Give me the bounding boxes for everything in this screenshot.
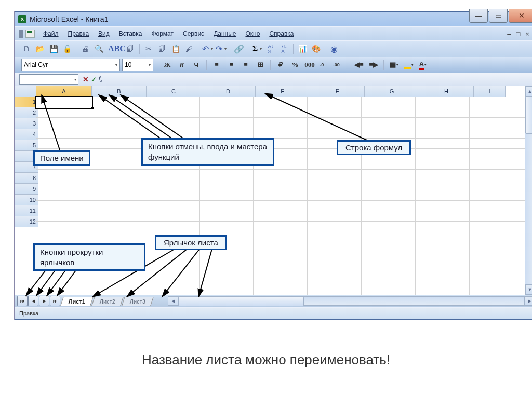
- doc-minimize-button[interactable]: –: [507, 30, 511, 38]
- font-color-button[interactable]: A▾: [417, 59, 429, 71]
- scroll-down-button[interactable]: ▼: [525, 284, 532, 295]
- menu-insert[interactable]: Вставка: [115, 29, 147, 39]
- row-header-10[interactable]: 10: [15, 195, 38, 205]
- row-header-3[interactable]: 3: [15, 118, 38, 129]
- menu-format[interactable]: Формат: [147, 29, 178, 39]
- undo-button[interactable]: ↶▾: [201, 43, 214, 55]
- align-left-button[interactable]: ≡: [210, 59, 223, 71]
- col-header-G[interactable]: G: [365, 86, 419, 97]
- doc-restore-button[interactable]: □: [516, 30, 521, 38]
- italic-button[interactable]: К: [176, 59, 188, 71]
- sort-asc-button[interactable]: A↓Я: [264, 43, 277, 55]
- bold-button[interactable]: Ж: [161, 59, 174, 71]
- doc-mini-icon[interactable]: [25, 30, 35, 38]
- menu-window[interactable]: Окно: [241, 29, 264, 39]
- percent-button[interactable]: %: [289, 59, 301, 71]
- doc-close-button[interactable]: ×: [525, 30, 529, 38]
- menu-data[interactable]: Данные: [209, 29, 240, 39]
- menu-view[interactable]: Вид: [94, 29, 114, 39]
- currency-button[interactable]: ₽: [274, 59, 287, 71]
- col-header-C[interactable]: C: [147, 86, 201, 97]
- decrease-indent-button[interactable]: ◀≡: [353, 59, 365, 71]
- hyperlink-button[interactable]: 🔗: [233, 43, 245, 55]
- cancel-button[interactable]: ✕: [83, 75, 89, 84]
- drawing-button[interactable]: 🎨: [310, 43, 322, 55]
- spellcheck-button[interactable]: ABC: [111, 43, 123, 55]
- comma-button[interactable]: 000: [303, 59, 316, 71]
- row-header-9[interactable]: 9: [15, 184, 38, 195]
- select-all-corner[interactable]: [15, 86, 36, 97]
- scroll-up-button[interactable]: ▲: [525, 86, 532, 97]
- help-button[interactable]: ◉: [328, 43, 340, 55]
- tab-next-button[interactable]: ▶: [39, 296, 49, 306]
- vertical-scrollbar[interactable]: ▲ ▼: [525, 86, 532, 295]
- name-box[interactable]: ▾: [19, 74, 78, 85]
- formula-bar-row: ▾ ✕ ✓ fx: [15, 73, 532, 86]
- preview-button[interactable]: 🔍: [92, 43, 105, 55]
- formatting-toolbar: Arial Cyr▾ 10▾ Ж К Ч ≡ ≡ ≡ ⊞ ₽ % 000 .0→…: [15, 57, 532, 73]
- col-header-B[interactable]: B: [92, 86, 147, 97]
- scroll-thumb[interactable]: [525, 97, 532, 134]
- col-header-E[interactable]: E: [256, 86, 310, 97]
- row-header-11[interactable]: 11: [15, 205, 38, 216]
- paste-button[interactable]: 📋: [169, 43, 182, 55]
- print-button[interactable]: 🖨: [79, 43, 91, 55]
- row-header-12[interactable]: 12: [15, 216, 38, 227]
- active-cell-A1[interactable]: [35, 96, 93, 109]
- increase-indent-button[interactable]: ≡▶: [367, 59, 380, 71]
- new-button[interactable]: 🗋: [20, 43, 33, 55]
- fill-color-button[interactable]: ▾: [402, 59, 415, 71]
- permission-button[interactable]: 🔓: [61, 43, 73, 55]
- row-header-2[interactable]: 2: [15, 107, 38, 118]
- sheet-tab-1[interactable]: Лист1: [60, 297, 94, 306]
- decrease-decimal-button[interactable]: .00←: [332, 59, 345, 71]
- menu-edit[interactable]: Правка: [64, 29, 94, 39]
- col-header-F[interactable]: F: [310, 86, 365, 97]
- menu-file[interactable]: Файл: [39, 29, 63, 39]
- maximize-button[interactable]: ▭: [489, 9, 508, 23]
- minimize-button[interactable]: —: [469, 9, 488, 23]
- cut-button[interactable]: ✂: [142, 43, 155, 55]
- row-header-5[interactable]: 5: [15, 140, 38, 151]
- increase-decimal-button[interactable]: .0→: [318, 59, 330, 71]
- tab-last-button[interactable]: ⏭: [50, 296, 60, 306]
- tab-first-button[interactable]: ⏮: [17, 296, 28, 306]
- underline-button[interactable]: Ч: [190, 59, 203, 71]
- sort-desc-button[interactable]: Я↓A: [278, 43, 290, 55]
- col-header-I[interactable]: I: [474, 86, 506, 97]
- autosum-button[interactable]: Σ▾: [251, 43, 263, 55]
- row-header-4[interactable]: 4: [15, 129, 38, 140]
- align-center-button[interactable]: ≡: [225, 59, 237, 71]
- chart-button[interactable]: 📊: [296, 43, 309, 55]
- format-painter-button[interactable]: 🖌: [183, 43, 195, 55]
- copy-button[interactable]: 🗐: [156, 43, 168, 55]
- open-button[interactable]: 📂: [34, 43, 46, 55]
- font-size-combo[interactable]: 10▾: [122, 59, 153, 71]
- close-button[interactable]: ✕: [509, 9, 532, 23]
- scroll-right-button[interactable]: ▶: [524, 296, 532, 306]
- sheet-tab-2[interactable]: Лист2: [91, 297, 124, 306]
- fx-button[interactable]: fx: [99, 75, 102, 83]
- borders-button[interactable]: ▦▾: [388, 59, 400, 71]
- menu-help[interactable]: Справка: [265, 29, 298, 39]
- row-header-8[interactable]: 8: [15, 173, 38, 184]
- scroll-left-button[interactable]: ◀: [168, 296, 178, 306]
- col-header-H[interactable]: H: [419, 86, 474, 97]
- align-right-button[interactable]: ≡: [240, 59, 252, 71]
- horizontal-scrollbar[interactable]: ◀ ▶: [168, 296, 532, 306]
- merge-button[interactable]: ⊞: [254, 59, 267, 71]
- menu-tools[interactable]: Сервис: [179, 29, 208, 39]
- redo-button[interactable]: ↷▾: [215, 43, 227, 55]
- titlebar: X Microsoft Excel - Книга1 — ▭ ✕: [15, 12, 532, 26]
- col-header-D[interactable]: D: [201, 86, 256, 97]
- enter-button[interactable]: ✓: [91, 76, 97, 84]
- hscroll-thumb[interactable]: [178, 297, 304, 306]
- research-button[interactable]: 🗐: [124, 43, 137, 55]
- sheet-tab-3[interactable]: Лист3: [122, 297, 154, 306]
- save-button[interactable]: 💾: [47, 43, 60, 55]
- status-text: Правка: [19, 310, 38, 317]
- font-name-combo[interactable]: Arial Cyr▾: [21, 59, 120, 71]
- menu-bar: Файл Правка Вид Вставка Формат Сервис Да…: [15, 26, 532, 40]
- tab-prev-button[interactable]: ◀: [28, 296, 38, 306]
- window-title: Microsoft Excel - Книга1: [30, 15, 108, 23]
